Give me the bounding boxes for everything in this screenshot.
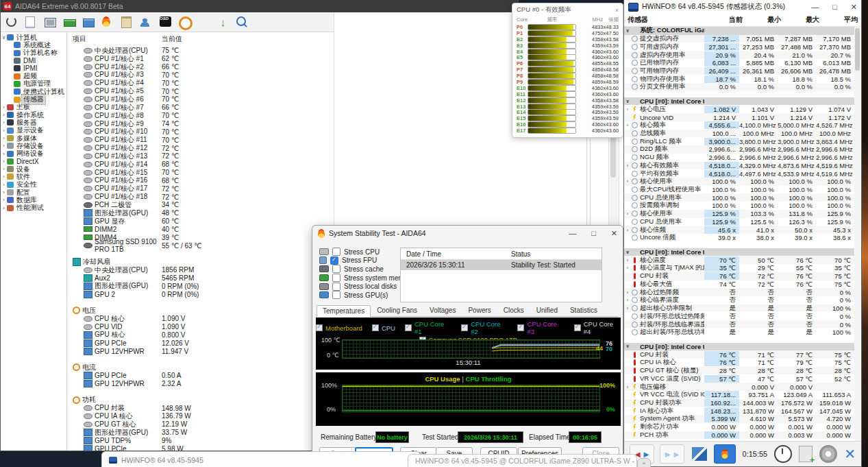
hwinfo-sensor-row[interactable]: Uncore VID 1.214 V 1.101 V 1.214 V 1.172… [624, 113, 854, 121]
toolbar-icon[interactable] [45, 16, 56, 28]
tree-expand-icon[interactable]: › [1, 205, 7, 211]
hwinfo-sensor-row[interactable]: 总线频率 100.0 ... 100.0 MHz 100.0 MHz 100.0… [624, 130, 854, 138]
row-expand-icon[interactable]: › [624, 123, 631, 128]
toolbar-icon[interactable] [179, 16, 190, 28]
row-expand-icon[interactable]: › [624, 290, 631, 295]
sst-titlebar[interactable]: System Stability Test - AIDA64 — □ ✕ [312, 226, 623, 241]
checkbox[interactable] [332, 291, 340, 299]
row-expand-icon[interactable]: › [624, 265, 631, 270]
log-row[interactable]: 2026/3/26 15:30:11 Stability Test: Start… [401, 260, 602, 270]
close-icon[interactable]: × [615, 7, 619, 14]
hwinfo-sensor-row[interactable]: D2D 频率 2,996.6... 2,996.6 MHz 2,996.6 MH… [624, 145, 854, 154]
hwinfo-sensor-row[interactable]: 物理内存使用率 18.7 % 18.1 % 18.8 % 18.5 % [624, 75, 854, 83]
toolbar-icon[interactable] [121, 16, 133, 28]
checkbox[interactable] [332, 248, 340, 256]
hwinfo-sensor-row[interactable]: CPU 封装 76 ℃ 71 ℃ 77 ℃ 75 ℃ [624, 350, 854, 359]
legend-checkbox[interactable] [372, 324, 379, 331]
row-expand-icon[interactable]: ∨ [624, 344, 631, 349]
hwinfo-sensor-row[interactable]: 剩余芯片功率 0.000 W 0.000 W 0.001 W 0.000 W [624, 423, 854, 431]
checkbox[interactable] [330, 256, 338, 265]
row-expand-icon[interactable]: ∨ [624, 99, 631, 104]
cpu-window-titlebar[interactable]: CPU #0 - 有效频率 × [512, 3, 623, 16]
sst-tab[interactable]: Statistics [564, 304, 604, 316]
row-expand-icon[interactable]: › [624, 298, 631, 302]
tree-expand-icon[interactable]: › [1, 151, 7, 157]
hwinfo-sensor-row[interactable]: › 核心温度 70 ℃ 50 ℃ 76 ℃ 70 ℃ [624, 256, 854, 264]
nav-forward-button[interactable]: ►► [660, 444, 684, 464]
hwinfo-sensor-row[interactable]: 提交虚拟内存 7,238 ... 7,051 MB 7,287 MB 7,170… [624, 35, 854, 43]
hwinfo-sensor-row[interactable]: › 核心使用率 100.0 % 100.0 % 100.0 % 100.0 % [624, 178, 854, 186]
hwinfo-sensor-row[interactable]: CPU GT 核心 (核显) 28 ℃ 28 ℃ 28 ℃ 28 ℃ [624, 367, 854, 375]
hwinfo-sensor-row[interactable]: ∨ CPU [#0]: Intel Core Ultra 5 250K Plus… [624, 343, 854, 351]
hwinfo-sensor-row[interactable]: IA 核心功率 148.23... 131.870 W 164.567 W 14… [624, 407, 854, 415]
stress-burn-icon[interactable] [714, 444, 736, 464]
tree-item[interactable]: › DirectX [1, 158, 66, 165]
hwinfo-sensor-row[interactable]: 可用虚拟内存 27,301 ... 27,253 MB 27,488 MB 27… [624, 43, 854, 51]
hwinfo-sensor-row[interactable]: 已用物理内存 6,083 ... 5,885 MB 6,130 MB 6,013… [624, 59, 854, 67]
hwinfo-sensor-row[interactable]: VR VCC 电流 (SVID IOUT) 117.18... 93.751 A… [624, 391, 854, 399]
sensor-row[interactable]: GPU PCIe 0.50 A [67, 372, 334, 380]
sensor-row[interactable]: GPU PCIe 12.026 V [67, 339, 334, 347]
settings-gear-icon[interactable] [819, 445, 837, 463]
tree-expand-icon[interactable]: › [1, 189, 7, 195]
sensor-row[interactable]: 图形处理器(GPU) 33.75 W [67, 429, 334, 437]
hwinfo-sensor-row[interactable]: › 核心频率 4,555.6... 4,100.0 MHz 5,000.0 MH… [624, 121, 854, 130]
minimize-icon[interactable]: — [811, 3, 819, 12]
toolbar-icon[interactable] [198, 16, 210, 28]
toolbar-icon[interactable]: ↓ [217, 16, 229, 28]
maximize-icon[interactable]: □ [591, 229, 596, 237]
small-window-peek[interactable]: × [637, 458, 651, 467]
hwinfo-sensor-row[interactable]: CPU 总使用率 100.0 % 100.0 % 100.0 % 100.0 % [624, 193, 854, 202]
legend-checkbox[interactable] [574, 324, 581, 331]
toolbar-icon[interactable]: OSD [160, 16, 171, 28]
sst-tab[interactable]: Clocks [497, 304, 530, 316]
legend-checkbox[interactable] [405, 324, 412, 331]
hwinfo-sensor-row[interactable]: 超出封装/环形总线功率限制 是 是 是 100 % [624, 328, 854, 337]
sensor-row[interactable]: CPU 核心 1.090 V [67, 315, 334, 323]
sensor-row[interactable]: GPU 12VHPWR 11.947 V [67, 347, 334, 355]
sensor-row[interactable]: DIMM2 40 ℃ [67, 226, 334, 234]
remote-sensors-icon[interactable] [692, 447, 707, 461]
checkbox[interactable] [332, 265, 340, 273]
tree-expand-icon[interactable]: › [1, 128, 7, 134]
sensor-row[interactable]: GPU 显存 60 ℃ [67, 217, 334, 226]
row-expand-icon[interactable]: ∨ [624, 28, 631, 34]
hwinfo-sensor-row[interactable]: › 核心使用率 125.9 % 103.3 % 131.8 % 125.9 % [624, 210, 854, 218]
close-icon[interactable]: ✕ [611, 229, 617, 238]
close-icon[interactable]: ✕ [851, 3, 857, 12]
aida64-titlebar[interactable]: 64 AIDA64 Extreme v8.00.8017 Beta [1, 0, 518, 12]
tree-item[interactable]: › 网络设备 [1, 149, 66, 157]
checkbox[interactable] [332, 274, 340, 282]
toolbar-icon[interactable] [102, 16, 114, 28]
hwinfo-sensor-row[interactable]: › 核心温度与 TjMAX 的差值 35 ℃ 29 ℃ 55 ℃ 35 ℃ [624, 264, 854, 272]
tree-expand-icon[interactable]: › [1, 119, 7, 125]
hwinfo-sensor-row[interactable]: 平均有效频率 4,518.0... 4,497.6 MHz 4,533.9 MH… [624, 169, 854, 178]
row-expand-icon[interactable]: › [624, 228, 631, 232]
hwinfo-summary-window-peek[interactable]: HWiNFO® 64 v8.45-5945 @ COLORFUL iGame Z… [408, 454, 637, 467]
hwinfo-sensor-row[interactable]: › 核心倍频 45.6 x 41.0 x 50.0 x 45.3 x [624, 226, 854, 234]
legend-checkbox[interactable] [461, 324, 468, 331]
maximize-icon[interactable]: □ [832, 3, 837, 12]
sensor-row[interactable]: 图形处理器(GPU) 0 RPM (0%) [67, 282, 334, 290]
hwinfo-sensor-row[interactable]: Uncore 倍频 39.0 x 38.0 x 39.0 x 38.6 x [624, 234, 854, 242]
row-expand-icon[interactable]: › [624, 385, 631, 390]
hwinfo-sensor-row[interactable]: CPU 总使用率 125.9 % 125.5 % 126.3 % 125.9 % [624, 218, 854, 226]
row-expand-icon[interactable]: › [624, 163, 631, 168]
hwinfo-sensor-row[interactable]: System Agent 功率 5.399 W 4.610 W 5.573 W … [624, 415, 854, 423]
tree-expand-icon[interactable]: › [1, 158, 7, 165]
tree-expand-icon[interactable]: › [1, 166, 7, 172]
hwinfo-sensor-row[interactable]: Ring/LLC 频率 3,900.0... 3,800.0 MHz 3,900… [624, 137, 854, 145]
clock-icon[interactable] [774, 445, 792, 463]
hwinfo-scrollbar[interactable] [854, 27, 860, 442]
hwinfo-sensor-row[interactable]: 虚拟内存使用率 20.9 % 20.4 % 21.0 % 20.7 % [624, 51, 854, 59]
tree-expand-icon[interactable]: › [1, 104, 7, 110]
hwinfo-sensor-row[interactable]: › 核心有效频率 4,518.0... 4,329.0 MHz 4,873.6 … [624, 162, 854, 170]
sensor-row[interactable]: GPU 12VHPWR 2.32 A [67, 380, 334, 388]
hwinfo-sensor-row[interactable]: 封装/环形总线过热降频 否 否 否 0 % [624, 312, 854, 320]
tree-item[interactable]: › 性能测试 [1, 204, 66, 212]
hwinfo-sensor-row[interactable]: 按需频率调制 100.0 % 100.0 % 100.0 % 100.0 % [624, 202, 854, 210]
toolbar-icon[interactable] [64, 16, 75, 28]
hwinfo-sensor-row[interactable]: CPU 封装 76 ℃ 72 ℃ 76 ℃ 75 ℃ [624, 272, 854, 280]
sensor-row[interactable]: 电流 [67, 363, 334, 372]
hwinfo-sensor-row[interactable]: PCH 功率 0.000 W 0.000 W 0.003 W 0.000 W [624, 431, 854, 440]
